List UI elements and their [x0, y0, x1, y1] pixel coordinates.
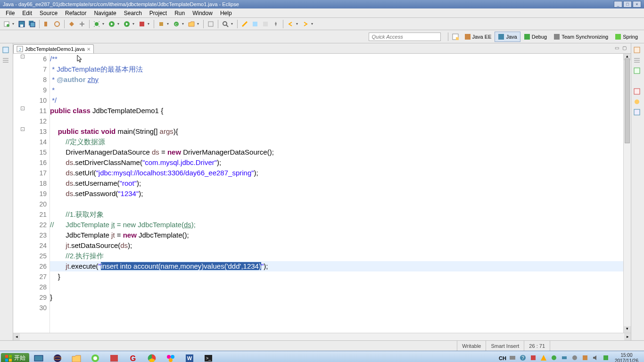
- svg-text:?: ?: [521, 355, 524, 361]
- new-class-button[interactable]: C: [172, 19, 181, 29]
- menu-file[interactable]: File: [2, 9, 18, 17]
- taskbar-item[interactable]: G: [124, 352, 142, 362]
- taskbar-item[interactable]: [67, 352, 85, 362]
- new-button[interactable]: [2, 19, 11, 29]
- ime-indicator[interactable]: CH: [499, 355, 506, 361]
- debug-button[interactable]: [92, 19, 101, 29]
- tray-icon[interactable]: ?: [520, 354, 527, 362]
- open-type-button[interactable]: [206, 19, 215, 29]
- external-tools-button[interactable]: [137, 19, 147, 29]
- horizontal-scrollbar[interactable]: ◂▸: [13, 333, 631, 340]
- run-button[interactable]: [107, 19, 116, 29]
- taskbar-item-word[interactable]: W: [181, 352, 198, 362]
- search-button[interactable]: [221, 19, 230, 29]
- open-perspective-button[interactable]: [451, 32, 460, 41]
- tray-icon[interactable]: [582, 354, 589, 362]
- taskbar-item-chrome[interactable]: [143, 352, 161, 362]
- tool-button[interactable]: [67, 19, 76, 29]
- tray-icon[interactable]: [509, 354, 517, 362]
- svg-point-1: [7, 24, 9, 27]
- menu-bar: FileEditSourceRefactorNavigateSearchProj…: [0, 8, 644, 18]
- new-package-button[interactable]: [157, 19, 166, 29]
- menu-source[interactable]: Source: [36, 9, 61, 17]
- perspective-java[interactable]: Java: [495, 32, 520, 42]
- view-button[interactable]: [2, 46, 11, 56]
- vertical-scrollbar[interactable]: ▴ ▾: [623, 54, 631, 333]
- view-button[interactable]: [2, 57, 11, 66]
- toggle-mark-button[interactable]: [240, 19, 249, 29]
- svg-point-8: [95, 22, 99, 26]
- view-button[interactable]: [633, 67, 643, 76]
- menu-edit[interactable]: Edit: [18, 9, 36, 17]
- svg-rect-43: [110, 355, 118, 362]
- menu-refactor[interactable]: Refactor: [61, 9, 90, 17]
- code-editor[interactable]: --- 678910111213141516171819202122232425…: [13, 54, 631, 333]
- svg-rect-23: [524, 34, 530, 40]
- menu-search[interactable]: Search: [120, 9, 146, 17]
- view-button[interactable]: [633, 108, 643, 118]
- start-button[interactable]: 开始: [1, 353, 29, 362]
- save-all-button[interactable]: [27, 19, 37, 29]
- view-button[interactable]: [633, 57, 643, 66]
- tray-icon[interactable]: [551, 354, 558, 362]
- menu-run[interactable]: Run: [171, 9, 189, 17]
- taskbar-item[interactable]: [105, 352, 123, 362]
- svg-rect-25: [615, 34, 621, 40]
- editor-tab-bar: J JdbcTemplateDemo1.java ✕ ▭ ▢: [13, 43, 631, 54]
- tray-icon[interactable]: [571, 354, 579, 362]
- svg-point-49: [169, 358, 173, 362]
- view-button[interactable]: [633, 88, 643, 97]
- tab-close-icon[interactable]: ✕: [87, 47, 91, 52]
- svg-rect-30: [634, 68, 640, 74]
- quick-access-input[interactable]: [369, 33, 441, 41]
- editor-tab[interactable]: J JdbcTemplateDemo1.java ✕: [13, 44, 94, 53]
- run-last-button[interactable]: [122, 19, 132, 29]
- taskbar-item-terminal[interactable]: >_: [199, 352, 217, 362]
- new-folder-button[interactable]: [187, 19, 196, 29]
- menu-help[interactable]: Help: [216, 9, 236, 17]
- svg-text:J: J: [19, 47, 21, 52]
- left-trim-stack: [0, 43, 13, 340]
- tray-icon[interactable]: [530, 354, 537, 362]
- minimize-view-icon[interactable]: ▭: [615, 45, 621, 52]
- view-button[interactable]: [633, 98, 643, 107]
- status-bar: Writable Smart Insert 26 : 71: [0, 340, 644, 351]
- menu-navigate[interactable]: Navigate: [90, 9, 120, 17]
- taskbar-item-eclipse[interactable]: [49, 352, 66, 362]
- annotation-button[interactable]: [250, 19, 260, 29]
- tray-icon[interactable]: [603, 354, 610, 362]
- tool-button[interactable]: [261, 19, 270, 29]
- menu-window[interactable]: Window: [189, 9, 216, 17]
- mouse-cursor-icon: [77, 55, 83, 63]
- tray-icon[interactable]: [540, 354, 548, 362]
- perspective-javaee[interactable]: Java EE: [461, 32, 495, 42]
- pin-button[interactable]: [271, 19, 281, 29]
- tool-button[interactable]: [42, 19, 51, 29]
- perspective-debug[interactable]: Debug: [520, 32, 550, 42]
- tray-icon[interactable]: [561, 354, 569, 362]
- right-trim-stack: [631, 43, 644, 340]
- svg-rect-35: [9, 355, 12, 358]
- tool-button[interactable]: [77, 19, 87, 29]
- minimize-button[interactable]: _: [614, 1, 622, 8]
- taskbar-item[interactable]: [162, 352, 180, 362]
- svg-rect-20: [456, 37, 459, 40]
- svg-rect-15: [208, 22, 213, 26]
- perspective-team[interactable]: Team Synchronizing: [550, 32, 611, 42]
- tray-volume-icon[interactable]: [592, 354, 600, 362]
- forward-button[interactable]: [301, 19, 310, 29]
- svg-rect-22: [498, 34, 504, 40]
- view-button[interactable]: [633, 46, 643, 56]
- maximize-button[interactable]: □: [623, 1, 632, 8]
- close-button[interactable]: ×: [633, 1, 641, 8]
- back-button[interactable]: [286, 19, 295, 29]
- tool-button[interactable]: [52, 19, 62, 29]
- taskbar-clock[interactable]: 15:00 2017/11/26: [613, 353, 640, 362]
- taskbar-item[interactable]: [86, 352, 104, 362]
- menu-project[interactable]: Project: [146, 9, 171, 17]
- maximize-view-icon[interactable]: ▢: [622, 45, 629, 52]
- perspective-spring[interactable]: Spring: [611, 32, 641, 42]
- taskbar-item[interactable]: [30, 352, 48, 362]
- svg-rect-62: [603, 355, 608, 360]
- save-button[interactable]: [17, 19, 26, 29]
